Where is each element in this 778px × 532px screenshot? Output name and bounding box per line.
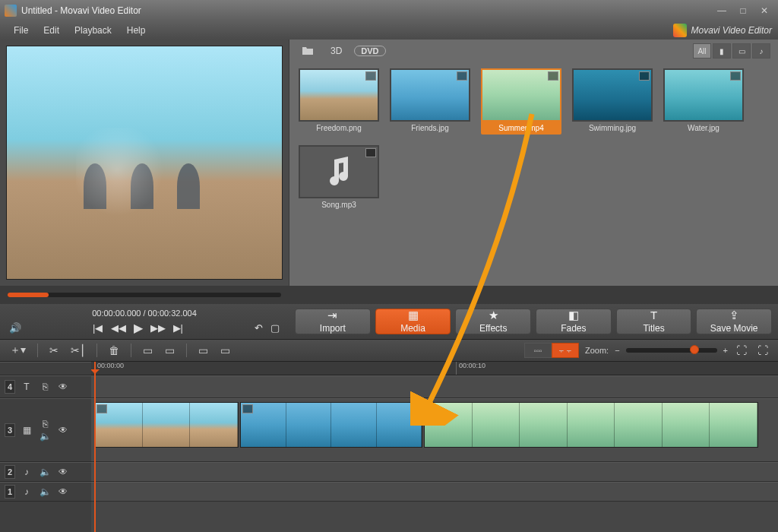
fit-button[interactable]: ⛶ [734, 343, 749, 358]
storyboard-view-button[interactable]: ▫▫▫ [524, 343, 552, 358]
audio-track-row-1[interactable] [91, 482, 778, 502]
zoom-out-button[interactable]: − [615, 346, 619, 355]
tab-icon: ◧ [568, 309, 579, 321]
media-grid: Freedom.pngFriends.jpgSummer.mp4Swimming… [289, 62, 778, 286]
eye-icon[interactable]: 👁 [56, 486, 70, 497]
tab-save-movie[interactable]: ⇪Save Movie [696, 309, 772, 334]
playhead[interactable] [94, 362, 96, 532]
link-icon[interactable]: ⎘ [38, 382, 52, 392]
menu-help[interactable]: Help [119, 24, 153, 37]
tab-icon: ★ [489, 309, 498, 321]
delete-button[interactable]: 🗑 [106, 343, 122, 358]
progress[interactable] [0, 293, 289, 297]
time-ruler[interactable]: 00:00:00 00:00:10 [91, 362, 778, 375]
maximize-button[interactable]: □ [734, 5, 752, 17]
timeline-view-button[interactable]: ⫟⫟ [552, 343, 579, 358]
tab-label: Import [320, 323, 346, 334]
tab-effects[interactable]: ★Effects [455, 309, 531, 334]
thumb-image [299, 68, 379, 122]
dvd-button[interactable]: DVD [354, 46, 385, 56]
clip-friends[interactable]: Friends.jpg (0:00:05) [240, 402, 422, 448]
clip-badge-icon [426, 404, 437, 413]
tab-label: Effects [479, 323, 507, 334]
video-track-icon: ▦ [20, 425, 33, 435]
eye-icon[interactable]: 👁 [56, 467, 70, 477]
mute-icon[interactable]: 🔈 [38, 431, 52, 442]
tool-a-button[interactable]: ▭ [141, 343, 155, 358]
fullscreen-button[interactable]: ⛶ [755, 343, 770, 358]
track-heads: 4 T ⎘ 👁 3 ▦ ⎘ 🔈 👁 2 ♪ 🔈 👁 1 ♪ 🔈 👁 [0, 362, 91, 532]
minimize-button[interactable]: — [713, 5, 731, 17]
zoom-label: Zoom: [585, 346, 609, 355]
media-toolbar: 3D DVD All ▮ ▭ ♪ [289, 40, 778, 62]
media-item[interactable]: Swimming.jpg [572, 68, 653, 135]
eye-icon[interactable]: 👁 [56, 425, 70, 435]
tool-c-button[interactable]: ▭ [196, 343, 210, 358]
video-track-row[interactable]: Freedom.png (0:00:05) Friends.jpg (0:00:… [91, 398, 778, 462]
link-icon[interactable]: ⎘ [38, 419, 52, 429]
cut-button[interactable]: ✂ [47, 343, 61, 358]
add-button[interactable]: ＋▾ [8, 342, 28, 359]
three-d-button[interactable]: 3D [326, 44, 346, 58]
tool-d-button[interactable]: ▭ [218, 343, 232, 358]
thumb-label: Water.jpg [663, 122, 744, 135]
filter-all-button[interactable]: All [693, 43, 711, 59]
filter-audio-button[interactable]: ♪ [752, 43, 770, 59]
media-item[interactable]: Water.jpg [663, 68, 744, 135]
menu-file[interactable]: File [6, 24, 36, 37]
clip-summer[interactable]: Summer.mp4 (0:00:12) [424, 402, 758, 448]
zoom-in-button[interactable]: + [723, 346, 728, 355]
media-item[interactable]: Freedom.png [299, 68, 379, 135]
audio-track-row-2[interactable] [91, 462, 778, 482]
tab-label: Fades [561, 323, 586, 334]
rewind-button[interactable]: ◀◀ [111, 322, 126, 334]
tab-fades[interactable]: ◧Fades [536, 309, 612, 334]
volume-button[interactable]: 🔊 [9, 322, 21, 334]
track-head-4[interactable]: 4 T ⎘ 👁 [0, 375, 91, 398]
play-button[interactable]: ▶ [134, 321, 143, 335]
eye-icon[interactable]: 👁 [56, 382, 70, 392]
thumb-badge-icon [457, 71, 467, 81]
open-folder-button[interactable] [297, 43, 318, 59]
clip-badge-icon [96, 404, 107, 413]
forward-button[interactable]: ▶▶ [150, 322, 166, 334]
window-title: Untitled - Movavi Video Editor [21, 5, 713, 16]
tool-b-button[interactable]: ▭ [163, 343, 177, 358]
tab-icon: T [650, 309, 657, 321]
timebar [0, 286, 778, 304]
tab-import[interactable]: ⇥Import [295, 309, 371, 334]
crop-button[interactable]: ▢ [270, 322, 280, 334]
track-head-2[interactable]: 2 ♪ 🔈 👁 [0, 462, 91, 482]
media-item[interactable]: Song.mp3 [299, 145, 379, 211]
close-button[interactable]: ✕ [755, 5, 773, 17]
playbar: 00:00:00.000 / 00:00:32.004 🔊 |◀ ◀◀ ▶ ▶▶… [0, 304, 778, 339]
preview-panel [0, 40, 289, 286]
menu-edit[interactable]: Edit [36, 24, 67, 37]
filter-image-button[interactable]: ▭ [732, 43, 751, 59]
tab-label: Save Movie [710, 323, 758, 334]
audio-track-icon: ♪ [20, 486, 33, 497]
preview-viewport[interactable] [6, 46, 283, 280]
clip-freedom[interactable]: Freedom.png (0:00:05) [94, 402, 239, 448]
timeline: 4 T ⎘ 👁 3 ▦ ⎘ 🔈 👁 2 ♪ 🔈 👁 1 ♪ 🔈 👁 [0, 362, 778, 532]
next-button[interactable]: ▶| [173, 322, 183, 334]
zoom-slider[interactable] [626, 348, 717, 353]
media-item[interactable]: Friends.jpg [390, 68, 470, 135]
audio-track-icon: ♪ [20, 467, 33, 477]
split-button[interactable]: ✂⎮ [68, 343, 87, 358]
track-area[interactable]: 00:00:00 00:00:10 Freedom.png (0:00:05) … [91, 362, 778, 532]
filter-video-button[interactable]: ▮ [713, 43, 731, 59]
menu-playback[interactable]: Playback [67, 24, 119, 37]
mute-icon[interactable]: 🔈 [38, 467, 52, 477]
track-head-3[interactable]: 3 ▦ ⎘ 🔈 👁 [0, 398, 91, 462]
track-head-1[interactable]: 1 ♪ 🔈 👁 [0, 482, 91, 502]
ruler-tick: 00:00:10 [456, 362, 485, 375]
tab-media[interactable]: ▦Media [375, 309, 451, 334]
title-track-row[interactable] [91, 375, 778, 398]
prev-button[interactable]: |◀ [93, 322, 103, 334]
undo-button[interactable]: ↶ [255, 322, 263, 334]
mute-icon[interactable]: 🔈 [38, 486, 52, 497]
tab-titles[interactable]: TTitles [616, 309, 692, 334]
thumb-label: Swimming.jpg [572, 122, 653, 135]
media-item[interactable]: Summer.mp4 [481, 68, 561, 135]
